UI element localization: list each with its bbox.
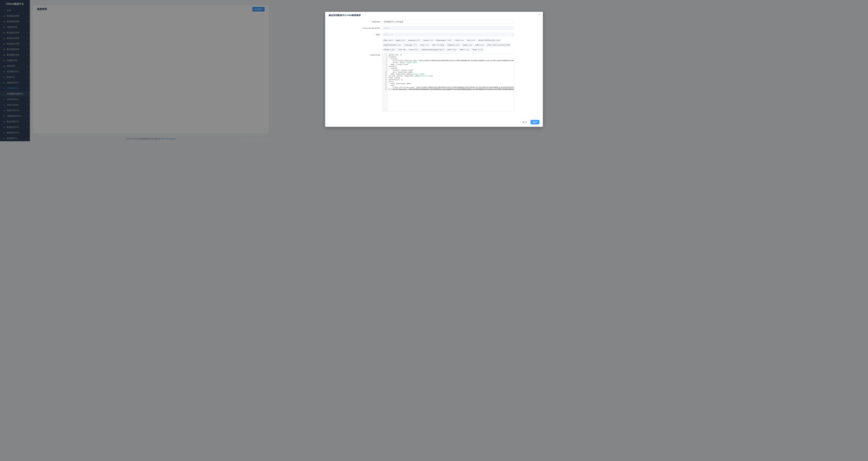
modal-overlay [0, 0, 272, 141]
